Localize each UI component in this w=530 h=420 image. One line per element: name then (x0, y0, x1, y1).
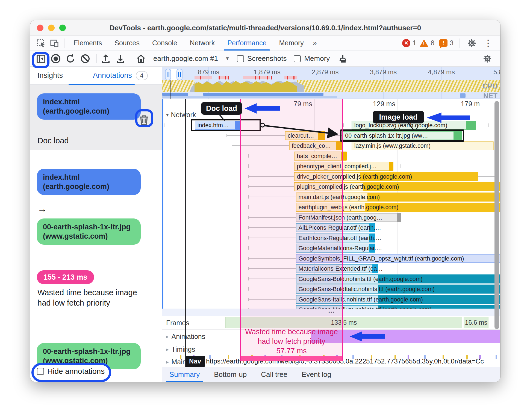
annotation-pill-splash-jpg[interactable]: 00-earth-splash-1x-ltr.jpg (www.gstatic.… (37, 218, 141, 245)
doc-load-tooltip: Doc load (201, 102, 242, 115)
download-profile-icon[interactable] (114, 52, 127, 65)
divider (64, 39, 64, 48)
wasted-time-value: 57.77 ms (241, 347, 342, 355)
tab-performance[interactable]: Performance (221, 36, 273, 51)
network-track-label: Network (171, 111, 196, 119)
annotations-sidebar: Insights Annotations 4 index.html (earth… (30, 67, 162, 382)
warning-icon: ! (420, 39, 428, 47)
device-toolbar-icon[interactable] (48, 37, 60, 49)
request-whisker-tick (226, 134, 227, 137)
time-marker-label: 129 ms (354, 100, 395, 108)
wasted-time-strip (241, 356, 342, 361)
tab-event-log[interactable]: Event log (302, 367, 331, 382)
tab-call-tree[interactable]: Call tree (261, 367, 287, 382)
title-bar: DevTools - earth.google.com/static/multi… (30, 20, 500, 36)
kebab-menu-icon[interactable]: ⋮ (482, 37, 494, 49)
minimap-ruler-label: 4,879 ms (428, 68, 455, 76)
hide-annotations-control[interactable]: Hide annotations (37, 367, 105, 376)
inspect-element-icon[interactable] (35, 37, 47, 49)
tab-sources[interactable]: Sources (108, 36, 146, 51)
annotation-entry-link[interactable]: index.html (earth.google.com) → 00-earth… (30, 165, 162, 255)
chevron-down-icon[interactable]: ▼ (225, 56, 230, 61)
screenshots-checkbox[interactable] (237, 55, 244, 62)
interaction-band (243, 76, 270, 79)
tab-console[interactable]: Console (146, 36, 184, 51)
record-icon[interactable] (49, 52, 62, 65)
interaction-tick (271, 76, 272, 79)
history-select[interactable]: earth.google.com #1 (153, 54, 218, 63)
interaction-tick (200, 76, 201, 79)
memory-checkbox[interactable] (294, 55, 301, 62)
minimap-ruler-label: 5,8 (493, 68, 500, 76)
expand-triangle-icon[interactable]: ▸ (166, 333, 169, 340)
network-track-header[interactable]: ▾ Network (166, 111, 196, 119)
tab-memory[interactable]: Memory (273, 36, 310, 51)
hide-annotations-checkbox[interactable] (37, 368, 44, 375)
warning-badge[interactable]: ! 8 (420, 39, 434, 47)
upload-profile-icon[interactable] (99, 52, 112, 65)
annotation-pill-index-html[interactable]: index.html (earth.google.com) (37, 169, 141, 195)
request-whisker-tail (478, 176, 497, 177)
more-tabs-icon[interactable]: » (310, 39, 319, 47)
tab-network[interactable]: Network (184, 36, 221, 51)
error-badge[interactable]: ✕ 1 (402, 39, 416, 47)
tab-annotations[interactable]: Annotations 4 (93, 71, 148, 80)
tab-insights[interactable]: Insights (37, 71, 63, 80)
hide-annotations-label: Hide annotations (47, 367, 105, 376)
timeline-minimap[interactable]: 879 ms1,879 ms2,879 ms3,879 ms4,879 ms5,… (162, 67, 500, 99)
minimap-ruler-label: 3,879 ms (370, 68, 397, 76)
expand-triangle-icon[interactable]: ▸ (166, 359, 169, 365)
image-load-tooltip: Image load (373, 111, 424, 123)
issues-badge[interactable]: ! 3 (439, 39, 454, 47)
annotation-pill-index-html[interactable]: index.html (earth.google.com) (37, 93, 141, 120)
window-title: DevTools - earth.google.com/static/multi… (30, 24, 500, 32)
capture-settings-gear-icon[interactable] (481, 52, 494, 65)
performance-toolbar: earth.google.com #1 ▼ Screenshots Memory (30, 51, 500, 67)
wasted-time-overlay: Wasted time because image had low fetch … (240, 99, 343, 361)
annotation-label-doc-load: Doc load (37, 135, 69, 146)
minimap-cpu-chart: CPU (162, 80, 500, 92)
navigation-marker-line (185, 99, 186, 367)
net-label: NET (483, 92, 497, 100)
gc-brush-icon[interactable] (337, 52, 349, 65)
minimap-ruler-label: 2,879 ms (312, 68, 339, 76)
animations-track-label: Animations (172, 333, 205, 341)
divider (478, 54, 478, 63)
interaction-tick (293, 76, 295, 79)
collapse-triangle-icon[interactable]: ▾ (166, 112, 169, 118)
clear-icon[interactable] (79, 52, 92, 65)
request-label: lazy.min.js (www.gstatic.com) (354, 143, 431, 149)
request-whisker (343, 125, 352, 125)
annotation-entry-wasted-time[interactable]: 155 - 213 ms Wasted time because image h… (30, 269, 162, 321)
tab-bottom-up[interactable]: Bottom-up (214, 367, 247, 382)
interaction-tick (228, 76, 229, 79)
details-tab-bar: SummaryBottom-upCall treeEvent log (162, 367, 500, 382)
minimap-window-left-handle[interactable] (165, 69, 171, 80)
main-tab-bar: ElementsSourcesConsoleNetworkPerformance… (30, 36, 500, 51)
interaction-band (284, 76, 297, 79)
expand-triangle-icon[interactable]: ▸ (166, 346, 169, 353)
cpu-hatch-right (297, 80, 500, 92)
settings-gear-icon[interactable] (466, 37, 478, 49)
request-whisker-tick (401, 164, 401, 168)
annotation-pill-time-range[interactable]: 155 - 213 ms (37, 270, 94, 284)
divider (96, 54, 97, 63)
minimap-selected-window[interactable] (171, 69, 177, 80)
memory-label: Memory (304, 54, 330, 63)
minimap-window-right-handle[interactable] (176, 69, 182, 80)
warning-count: 8 (431, 39, 434, 47)
reload-record-icon[interactable] (64, 52, 77, 65)
divider (460, 39, 460, 48)
screenshots-label: Screenshots (247, 54, 287, 63)
vertical-scrollbar-thumb[interactable] (494, 101, 499, 329)
tab-elements[interactable]: Elements (67, 36, 108, 51)
tab-summary[interactable]: Summary (169, 367, 200, 382)
sidebar-tabs: Insights Annotations 4 (30, 67, 162, 85)
request-bar-download (367, 193, 500, 202)
interaction-tick (259, 76, 260, 79)
annotations-count-badge: 4 (136, 71, 148, 80)
home-icon[interactable] (135, 52, 147, 65)
devtools-window: DevTools - earth.google.com/static/multi… (30, 20, 500, 382)
request-bar-cap (397, 213, 401, 222)
time-marker-label: 179 m (439, 100, 480, 108)
